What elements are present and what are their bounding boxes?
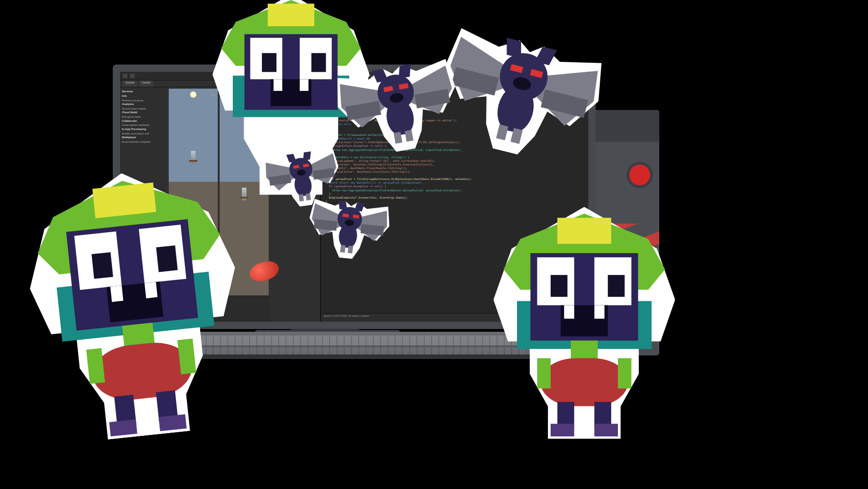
hand-tool-icon[interactable] bbox=[123, 74, 127, 78]
svc-analytics-h[interactable]: Analytics bbox=[122, 103, 166, 106]
svc-analytics-t: Discover player insights bbox=[122, 107, 166, 110]
illustration-stage: Scene Game Services Ads Monetize your ga… bbox=[0, 0, 868, 489]
svc-multi-t: Easily implement multiplayer bbox=[122, 140, 166, 144]
pixel-bat-sticker-icon bbox=[264, 150, 341, 209]
pixel-alien-sticker-icon bbox=[500, 214, 668, 432]
power-button-icon bbox=[629, 165, 650, 185]
svc-collab-h[interactable]: Collaborate bbox=[122, 120, 166, 123]
svc-ads-t: Monetize your games bbox=[122, 99, 166, 102]
svc-iap-t: Simplify cross-platform IAP bbox=[122, 132, 166, 135]
svc-ads-h[interactable]: Ads bbox=[122, 95, 166, 98]
sun-light-icon bbox=[190, 91, 196, 98]
move-tool-icon[interactable] bbox=[130, 74, 135, 78]
svc-iap-h[interactable]: In-App Purchasing bbox=[122, 128, 166, 131]
svc-collab-t: Create together seamlessly bbox=[122, 124, 166, 127]
pixel-alien-sticker-icon bbox=[27, 171, 243, 438]
services-title: Services bbox=[122, 90, 166, 94]
svc-cloud-h[interactable]: Cloud Build bbox=[122, 111, 166, 115]
tab-scene[interactable]: Scene bbox=[123, 80, 137, 87]
player-sword-sprite bbox=[242, 188, 246, 200]
pixel-bat-sticker-icon bbox=[308, 200, 389, 260]
svc-multi-h[interactable]: Multiplayer bbox=[122, 136, 166, 140]
tab-game[interactable]: Game bbox=[139, 80, 153, 87]
player-sword-sprite bbox=[191, 151, 196, 164]
orientation-gizmo-icon[interactable] bbox=[208, 90, 216, 99]
svc-cloud-t: Build games faster bbox=[122, 115, 166, 119]
